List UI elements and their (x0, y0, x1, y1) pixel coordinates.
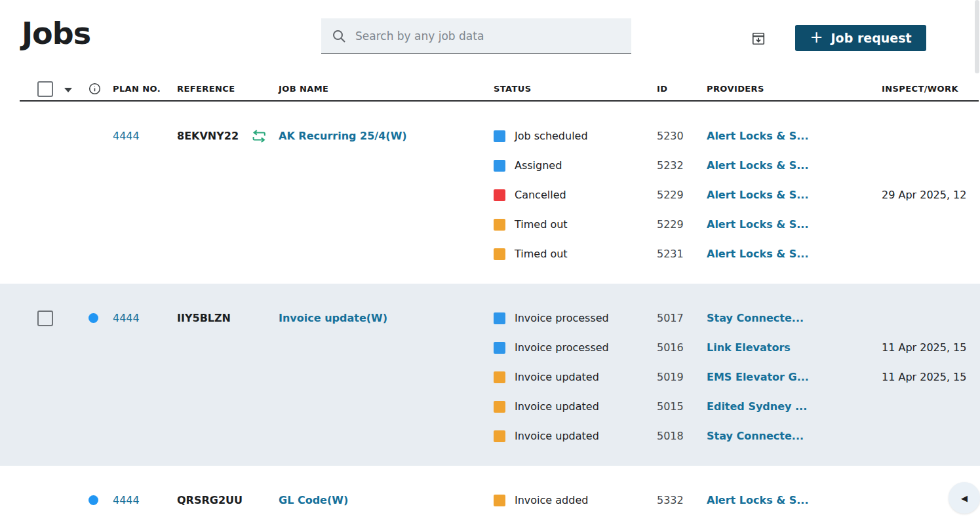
status-color-swatch (494, 401, 505, 413)
reference-text: 8EKVNY22 (177, 130, 239, 142)
status-label: Timed out (515, 218, 568, 231)
status-label: Timed out (515, 248, 568, 260)
status-label: Invoice added (515, 494, 588, 506)
column-header-providers: PROVIDERS (707, 84, 882, 94)
reference-text: QRSRG2UU (177, 494, 243, 506)
providers-cell: Stay Connecte...Link ElevatorsEMS Elevat… (707, 303, 882, 451)
status-color-swatch (494, 189, 505, 201)
provider-link[interactable]: Edited Sydney ... (707, 400, 807, 413)
row-select-cell (37, 121, 64, 151)
collapse-panel-button[interactable]: ◀ (949, 482, 980, 514)
status-label: Invoice updated (515, 400, 599, 413)
row-spacer-cell (64, 303, 88, 333)
row-checkbox[interactable] (37, 311, 53, 326)
plan-number-link[interactable]: 4444 (113, 494, 140, 506)
provider-link[interactable]: Link Elevators (707, 341, 791, 354)
plan-number-link[interactable]: 4444 (113, 130, 140, 142)
job-id: 5229 (657, 218, 684, 231)
job-name-link[interactable]: GL Code(W) (279, 494, 348, 506)
info-cell (88, 83, 113, 95)
status-label: Job scheduled (515, 130, 588, 142)
id-cell: 52305232522952295231 (657, 121, 707, 269)
id-cell: 5332 (657, 485, 707, 515)
recurring-icon (249, 128, 269, 145)
provider-link[interactable]: Stay Connecte... (707, 312, 804, 324)
inspect-work-date: 29 Apr 2025, 12 (882, 189, 966, 201)
row-spacer-cell (64, 121, 88, 151)
row-unread-cell (88, 303, 113, 333)
job-groups: 4444 8EKVNY22 AK Recurring 25/4(W) Job s… (0, 102, 980, 528)
provider-link[interactable]: Alert Locks & S... (707, 494, 809, 506)
column-header-plan-no: PLAN NO. (113, 84, 177, 94)
row-select-cell (37, 303, 64, 333)
status-color-swatch (494, 160, 505, 172)
job-id: 5231 (657, 248, 684, 260)
export-button[interactable] (747, 28, 770, 50)
reference-text: IIY5BLZN (177, 312, 231, 324)
status-color-swatch (494, 371, 505, 383)
status-label: Invoice processed (515, 312, 609, 324)
provider-link[interactable]: Alert Locks & S... (707, 159, 809, 172)
status-label: Invoice updated (515, 371, 599, 383)
select-options-cell (64, 86, 88, 92)
status-label: Cancelled (515, 189, 566, 201)
job-request-label: Job request (831, 31, 912, 45)
search-bar[interactable] (321, 18, 631, 54)
status-cell: Invoice processed Invoice processed Invo… (494, 303, 657, 451)
provider-link[interactable]: Alert Locks & S... (707, 189, 809, 201)
row-unread-cell (88, 121, 113, 151)
column-header-status: STATUS (494, 84, 657, 94)
status-cell: Invoice added (494, 485, 657, 515)
job-id: 5332 (657, 494, 684, 506)
inspect-work-date: 11 Apr 2025, 15 (882, 341, 966, 354)
provider-link[interactable]: Alert Locks & S... (707, 130, 809, 142)
unread-indicator (88, 495, 98, 505)
job-id: 5232 (657, 159, 684, 172)
status-color-swatch (494, 342, 505, 354)
provider-link[interactable]: Alert Locks & S... (707, 218, 809, 231)
table-header: PLAN NO. REFERENCE JOB NAME STATUS ID PR… (20, 77, 979, 102)
scrollbar-thumb[interactable] (975, 0, 979, 73)
select-all-checkbox[interactable] (37, 81, 53, 97)
status-cell: Job scheduled Assigned Cancelled Timed o… (494, 121, 657, 269)
inspect-cell: 29 Apr 2025, 12 (882, 121, 980, 269)
chevron-down-icon[interactable] (64, 88, 72, 92)
row-spacer-cell (64, 485, 88, 515)
status-color-swatch (494, 312, 505, 324)
status-label: Invoice updated (515, 430, 599, 442)
column-header-id: ID (657, 84, 707, 94)
job-id: 5230 (657, 130, 684, 142)
job-id: 5019 (657, 371, 684, 383)
plan-number-link[interactable]: 4444 (113, 312, 140, 324)
provider-link[interactable]: Stay Connecte... (707, 430, 804, 442)
job-id: 5229 (657, 189, 684, 201)
providers-cell: Alert Locks & S... (707, 485, 882, 515)
left-triangle-icon: ◀ (961, 493, 968, 503)
providers-cell: Alert Locks & S...Alert Locks & S...Aler… (707, 121, 882, 269)
search-input[interactable] (355, 29, 621, 43)
job-name-link[interactable]: Invoice update(W) (279, 312, 387, 324)
topbar: Jobs + Job request (0, 0, 980, 77)
unread-indicator (88, 313, 98, 323)
column-header-job-name: JOB NAME (279, 84, 494, 94)
job-name-link[interactable]: AK Recurring 25/4(W) (279, 130, 407, 142)
id-cell: 50175016501950155018 (657, 303, 707, 451)
select-all-cell (37, 81, 64, 97)
job-group-row[interactable]: 4444 QRSRG2UU GL Code(W) Invoice added (0, 466, 980, 528)
info-icon[interactable] (88, 83, 101, 95)
provider-link[interactable]: EMS Elevator G... (707, 371, 809, 383)
status-label: Invoice processed (515, 341, 609, 354)
provider-link[interactable]: Alert Locks & S... (707, 248, 809, 260)
status-color-swatch (494, 130, 505, 142)
job-group-row[interactable]: 4444 IIY5BLZN Invoice update(W) Invoice … (0, 284, 980, 466)
row-unread-cell (88, 485, 113, 515)
job-id: 5017 (657, 312, 684, 324)
row-select-cell (37, 485, 64, 515)
page-title: Jobs (22, 16, 90, 51)
inspect-work-date: 11 Apr 2025, 15 (882, 371, 966, 383)
status-label: Assigned (515, 159, 562, 172)
job-request-button[interactable]: + Job request (795, 25, 926, 51)
job-id: 5016 (657, 341, 684, 354)
job-id: 5015 (657, 400, 684, 413)
job-group-row[interactable]: 4444 8EKVNY22 AK Recurring 25/4(W) Job s… (0, 102, 980, 284)
